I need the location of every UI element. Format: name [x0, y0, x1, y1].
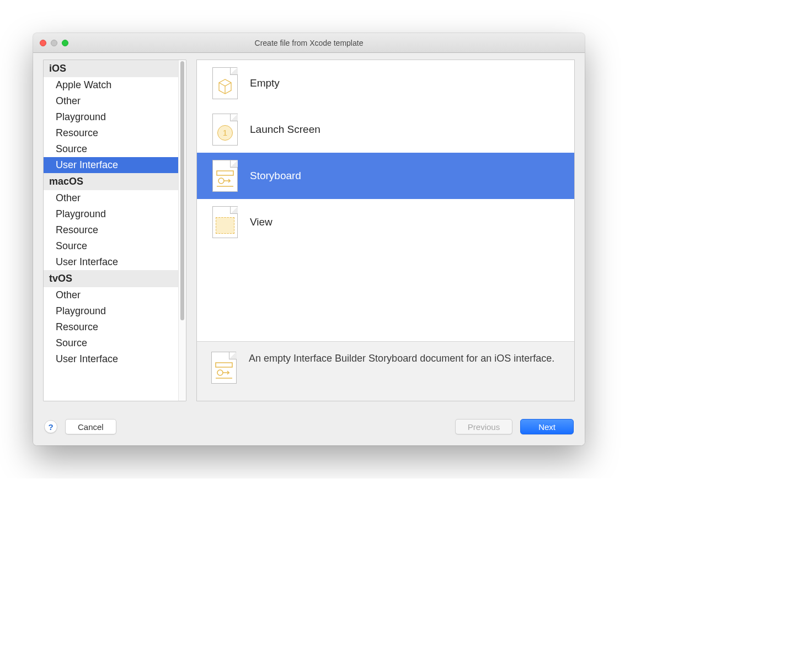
close-icon[interactable]	[40, 40, 46, 46]
view-icon	[212, 206, 238, 238]
main-panel: Empty1Launch ScreenStoryboardView An emp…	[196, 60, 575, 401]
sidebar-item-resource[interactable]: Resource	[44, 125, 178, 141]
template-list: Empty1Launch ScreenStoryboardView	[197, 60, 574, 341]
sidebar-item-user-interface[interactable]: User Interface	[44, 351, 178, 367]
template-launch-screen[interactable]: 1Launch Screen	[197, 106, 574, 153]
sidebar-item-playground[interactable]: Playground	[44, 109, 178, 125]
svg-rect-1	[217, 171, 233, 175]
sidebar-group-tvos: tvOS	[44, 270, 178, 287]
sidebar-item-source[interactable]: Source	[44, 238, 178, 254]
footer: ? Cancel Previous Next	[33, 411, 585, 445]
template-label: Storyboard	[250, 170, 301, 182]
sidebar-item-resource[interactable]: Resource	[44, 319, 178, 335]
titlebar: Create file from Xcode template	[33, 33, 585, 53]
cancel-button[interactable]: Cancel	[65, 419, 116, 434]
svg-point-2	[218, 178, 224, 184]
cube-icon	[212, 67, 238, 99]
sidebar-item-apple-watch[interactable]: Apple Watch	[44, 77, 178, 93]
svg-point-5	[217, 370, 223, 375]
scrollbar-track[interactable]	[178, 60, 186, 401]
sidebar-item-playground[interactable]: Playground	[44, 303, 178, 319]
launch-icon: 1	[212, 114, 238, 146]
sidebar-item-other[interactable]: Other	[44, 93, 178, 109]
sidebar-item-other[interactable]: Other	[44, 190, 178, 206]
template-label: View	[250, 216, 273, 228]
sidebar-item-other[interactable]: Other	[44, 287, 178, 303]
storyboard-icon	[212, 160, 238, 192]
next-button[interactable]: Next	[520, 419, 574, 434]
svg-rect-4	[216, 363, 232, 367]
dialog-window: Create file from Xcode template iOSApple…	[33, 33, 585, 445]
storyboard-icon	[211, 352, 237, 384]
sidebar-item-resource[interactable]: Resource	[44, 222, 178, 238]
previous-button: Previous	[455, 419, 512, 434]
template-storyboard[interactable]: Storyboard	[197, 153, 574, 199]
window-title: Create file from Xcode template	[33, 39, 585, 47]
sidebar-group-ios: iOS	[44, 60, 178, 77]
template-view[interactable]: View	[197, 199, 574, 245]
sidebar-group-macos: macOS	[44, 173, 178, 190]
zoom-icon[interactable]	[62, 40, 68, 46]
window-controls	[40, 40, 68, 46]
template-label: Launch Screen	[250, 123, 320, 136]
description-text: An empty Interface Builder Storyboard do…	[249, 352, 554, 391]
template-label: Empty	[250, 77, 280, 89]
minimize-icon	[51, 40, 57, 46]
template-empty[interactable]: Empty	[197, 60, 574, 106]
sidebar-item-user-interface[interactable]: User Interface	[44, 254, 178, 270]
sidebar-item-source[interactable]: Source	[44, 335, 178, 351]
sidebar-item-source[interactable]: Source	[44, 141, 178, 157]
sidebar-item-playground[interactable]: Playground	[44, 206, 178, 222]
description-panel: An empty Interface Builder Storyboard do…	[197, 341, 574, 401]
sidebar-item-user-interface[interactable]: User Interface	[44, 157, 178, 173]
scrollbar-thumb[interactable]	[180, 61, 184, 320]
sidebar: iOSApple WatchOtherPlaygroundResourceSou…	[43, 60, 186, 401]
help-button[interactable]: ?	[44, 420, 57, 433]
